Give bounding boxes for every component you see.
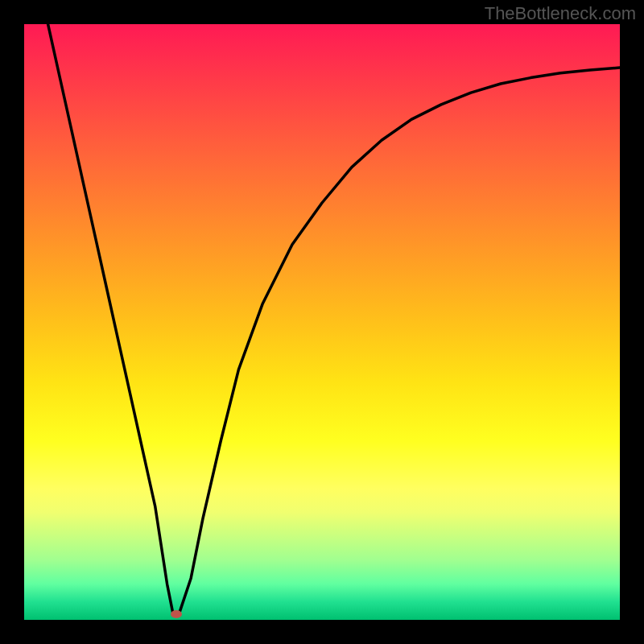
optimal-point-marker <box>171 610 182 618</box>
chart-frame: TheBottleneck.com <box>0 0 644 644</box>
curve-svg <box>24 24 620 620</box>
watermark-text: TheBottleneck.com <box>485 3 636 24</box>
plot-area <box>24 24 620 620</box>
bottleneck-curve <box>48 24 620 614</box>
